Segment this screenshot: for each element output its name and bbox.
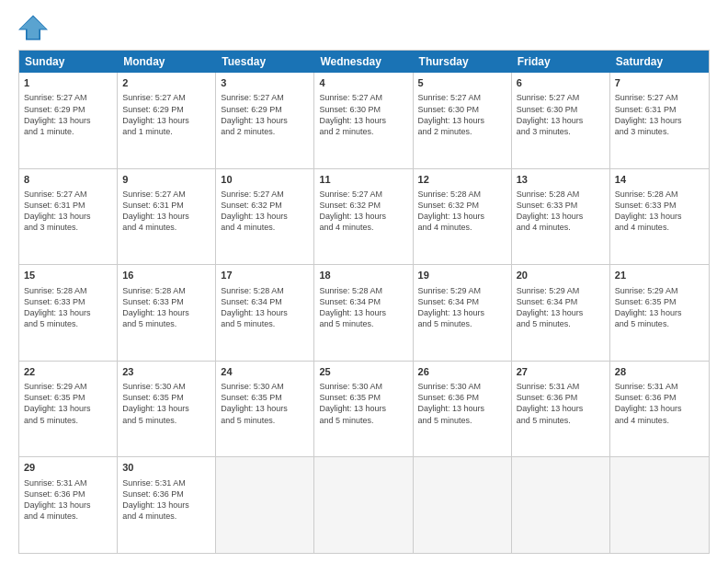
day-number: 23 xyxy=(122,365,210,379)
header xyxy=(18,15,710,40)
cal-cell xyxy=(512,457,610,553)
cell-text: Sunrise: 5:28 AMSunset: 6:33 PMDaylight:… xyxy=(24,285,112,330)
cal-row-0: 1Sunrise: 5:27 AMSunset: 6:29 PMDaylight… xyxy=(19,73,709,169)
day-number: 25 xyxy=(319,365,407,379)
cal-cell: 22Sunrise: 5:29 AMSunset: 6:35 PMDayligh… xyxy=(19,362,118,457)
cal-cell: 8Sunrise: 5:27 AMSunset: 6:31 PMDaylight… xyxy=(19,169,118,265)
day-number: 22 xyxy=(24,365,112,379)
cell-text: Sunrise: 5:28 AMSunset: 6:33 PMDaylight:… xyxy=(122,285,210,330)
cal-row-4: 29Sunrise: 5:31 AMSunset: 6:36 PMDayligh… xyxy=(19,457,709,553)
cal-cell xyxy=(610,457,709,553)
cal-cell: 20Sunrise: 5:29 AMSunset: 6:34 PMDayligh… xyxy=(512,265,610,361)
cell-text: Sunrise: 5:27 AMSunset: 6:31 PMDaylight:… xyxy=(615,92,704,137)
cal-cell: 6Sunrise: 5:27 AMSunset: 6:30 PMDaylight… xyxy=(512,73,610,168)
cal-cell: 7Sunrise: 5:27 AMSunset: 6:31 PMDaylight… xyxy=(610,73,709,168)
cell-text: Sunrise: 5:29 AMSunset: 6:34 PMDaylight:… xyxy=(418,285,506,330)
cell-text: Sunrise: 5:28 AMSunset: 6:33 PMDaylight:… xyxy=(615,189,704,234)
logo-icon xyxy=(18,15,48,40)
cal-cell: 24Sunrise: 5:30 AMSunset: 6:35 PMDayligh… xyxy=(216,362,314,457)
header-day-saturday: Saturday xyxy=(610,51,709,73)
cell-text: Sunrise: 5:27 AMSunset: 6:32 PMDaylight:… xyxy=(221,189,309,234)
day-number: 13 xyxy=(517,173,605,187)
cal-cell: 15Sunrise: 5:28 AMSunset: 6:33 PMDayligh… xyxy=(19,265,118,361)
cell-text: Sunrise: 5:30 AMSunset: 6:35 PMDaylight:… xyxy=(319,381,407,426)
page: SundayMondayTuesdayWednesdayThursdayFrid… xyxy=(0,0,728,563)
day-number: 24 xyxy=(221,365,309,379)
day-number: 4 xyxy=(319,76,407,90)
cal-cell: 26Sunrise: 5:30 AMSunset: 6:36 PMDayligh… xyxy=(414,362,512,457)
cal-cell: 17Sunrise: 5:28 AMSunset: 6:34 PMDayligh… xyxy=(216,265,314,361)
day-number: 18 xyxy=(319,269,407,282)
day-number: 14 xyxy=(615,173,704,187)
cal-cell: 21Sunrise: 5:29 AMSunset: 6:35 PMDayligh… xyxy=(610,265,709,361)
header-day-thursday: Thursday xyxy=(414,51,512,73)
cal-cell xyxy=(414,457,512,553)
cal-cell: 3Sunrise: 5:27 AMSunset: 6:29 PMDaylight… xyxy=(216,73,314,168)
cal-cell: 4Sunrise: 5:27 AMSunset: 6:30 PMDaylight… xyxy=(314,73,413,168)
cell-text: Sunrise: 5:27 AMSunset: 6:30 PMDaylight:… xyxy=(517,92,605,137)
cal-cell: 30Sunrise: 5:31 AMSunset: 6:36 PMDayligh… xyxy=(118,457,216,553)
cell-text: Sunrise: 5:27 AMSunset: 6:29 PMDaylight:… xyxy=(221,92,309,137)
cell-text: Sunrise: 5:27 AMSunset: 6:31 PMDaylight:… xyxy=(122,189,210,234)
cell-text: Sunrise: 5:29 AMSunset: 6:35 PMDaylight:… xyxy=(615,285,704,330)
cell-text: Sunrise: 5:31 AMSunset: 6:36 PMDaylight:… xyxy=(24,477,112,523)
day-number: 2 xyxy=(122,76,210,90)
cell-text: Sunrise: 5:28 AMSunset: 6:34 PMDaylight:… xyxy=(319,285,407,330)
cal-cell: 5Sunrise: 5:27 AMSunset: 6:30 PMDaylight… xyxy=(414,73,512,168)
cell-text: Sunrise: 5:30 AMSunset: 6:36 PMDaylight:… xyxy=(418,381,506,426)
cal-cell: 2Sunrise: 5:27 AMSunset: 6:29 PMDaylight… xyxy=(118,73,216,168)
cell-text: Sunrise: 5:30 AMSunset: 6:35 PMDaylight:… xyxy=(221,381,309,426)
cell-text: Sunrise: 5:27 AMSunset: 6:30 PMDaylight:… xyxy=(418,92,506,137)
cell-text: Sunrise: 5:30 AMSunset: 6:35 PMDaylight:… xyxy=(122,381,210,426)
cal-cell: 14Sunrise: 5:28 AMSunset: 6:33 PMDayligh… xyxy=(610,169,709,265)
cell-text: Sunrise: 5:27 AMSunset: 6:29 PMDaylight:… xyxy=(122,92,210,137)
calendar-header: SundayMondayTuesdayWednesdayThursdayFrid… xyxy=(19,51,709,73)
cal-cell: 29Sunrise: 5:31 AMSunset: 6:36 PMDayligh… xyxy=(19,457,118,553)
cal-cell: 18Sunrise: 5:28 AMSunset: 6:34 PMDayligh… xyxy=(314,265,413,361)
day-number: 20 xyxy=(517,269,605,282)
cell-text: Sunrise: 5:27 AMSunset: 6:32 PMDaylight:… xyxy=(319,189,407,234)
logo xyxy=(18,15,51,40)
cal-row-2: 15Sunrise: 5:28 AMSunset: 6:33 PMDayligh… xyxy=(19,265,709,362)
cal-cell: 27Sunrise: 5:31 AMSunset: 6:36 PMDayligh… xyxy=(512,362,610,457)
cal-row-1: 8Sunrise: 5:27 AMSunset: 6:31 PMDaylight… xyxy=(19,169,709,266)
day-number: 27 xyxy=(517,365,605,379)
day-number: 9 xyxy=(122,173,210,187)
cell-text: Sunrise: 5:28 AMSunset: 6:32 PMDaylight:… xyxy=(418,189,506,234)
cal-cell: 23Sunrise: 5:30 AMSunset: 6:35 PMDayligh… xyxy=(118,362,216,457)
cal-cell: 12Sunrise: 5:28 AMSunset: 6:32 PMDayligh… xyxy=(414,169,512,265)
cell-text: Sunrise: 5:27 AMSunset: 6:29 PMDaylight:… xyxy=(24,92,112,137)
cell-text: Sunrise: 5:31 AMSunset: 6:36 PMDaylight:… xyxy=(615,381,704,426)
day-number: 30 xyxy=(122,461,210,475)
cell-text: Sunrise: 5:27 AMSunset: 6:31 PMDaylight:… xyxy=(24,189,112,234)
header-day-sunday: Sunday xyxy=(19,51,118,73)
cal-cell: 13Sunrise: 5:28 AMSunset: 6:33 PMDayligh… xyxy=(512,169,610,265)
header-day-wednesday: Wednesday xyxy=(314,51,413,73)
day-number: 6 xyxy=(517,76,605,90)
day-number: 10 xyxy=(221,173,309,187)
day-number: 1 xyxy=(24,76,112,90)
day-number: 29 xyxy=(24,461,112,475)
day-number: 16 xyxy=(122,269,210,282)
day-number: 11 xyxy=(319,173,407,187)
cell-text: Sunrise: 5:29 AMSunset: 6:35 PMDaylight:… xyxy=(24,381,112,426)
cal-cell: 16Sunrise: 5:28 AMSunset: 6:33 PMDayligh… xyxy=(118,265,216,361)
day-number: 15 xyxy=(24,269,112,282)
day-number: 17 xyxy=(221,269,309,282)
header-day-monday: Monday xyxy=(118,51,216,73)
cal-cell: 1Sunrise: 5:27 AMSunset: 6:29 PMDaylight… xyxy=(19,73,118,168)
cell-text: Sunrise: 5:28 AMSunset: 6:33 PMDaylight:… xyxy=(517,189,605,234)
cell-text: Sunrise: 5:31 AMSunset: 6:36 PMDaylight:… xyxy=(517,381,605,426)
day-number: 26 xyxy=(418,365,506,379)
day-number: 19 xyxy=(418,269,506,282)
cal-cell xyxy=(314,457,413,553)
calendar-body: 1Sunrise: 5:27 AMSunset: 6:29 PMDaylight… xyxy=(19,73,709,553)
cell-text: Sunrise: 5:31 AMSunset: 6:36 PMDaylight:… xyxy=(122,477,210,523)
day-number: 8 xyxy=(24,173,112,187)
day-number: 7 xyxy=(615,76,704,90)
cal-cell: 28Sunrise: 5:31 AMSunset: 6:36 PMDayligh… xyxy=(610,362,709,457)
header-day-friday: Friday xyxy=(512,51,610,73)
day-number: 3 xyxy=(221,76,309,90)
day-number: 5 xyxy=(418,76,506,90)
cal-cell: 9Sunrise: 5:27 AMSunset: 6:31 PMDaylight… xyxy=(118,169,216,265)
